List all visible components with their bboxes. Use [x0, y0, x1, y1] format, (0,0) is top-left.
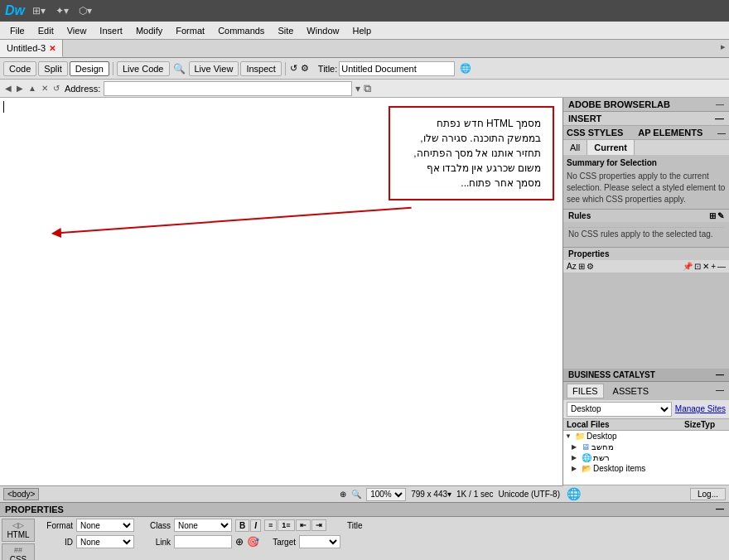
prop-icon1[interactable]: Az: [567, 262, 577, 271]
up-button[interactable]: ▲: [27, 83, 38, 94]
prop-icon4[interactable]: 📌: [683, 262, 693, 271]
files-bottom-bar: 🌐 Log...: [563, 485, 729, 502]
inspect-icon[interactable]: 🔍: [171, 62, 187, 75]
expand-icon-network[interactable]: ▶: [572, 454, 580, 461]
title-prop-label: Title: [330, 521, 363, 530]
extend-icon[interactable]: ⬡▾: [76, 4, 94, 17]
address-go-icon[interactable]: ▾: [355, 83, 360, 94]
indent-in-button[interactable]: ⇥: [311, 519, 326, 531]
site-dropdown[interactable]: Desktop: [567, 402, 672, 417]
expand-icon[interactable]: ▼: [565, 432, 573, 440]
css-tab-all[interactable]: All: [563, 140, 587, 155]
class-select[interactable]: None: [174, 519, 232, 532]
document-title-input[interactable]: [339, 61, 455, 76]
live-view-button[interactable]: Live View: [189, 61, 239, 76]
live-code-button[interactable]: Live Code: [117, 61, 170, 76]
split-view-button[interactable]: Split: [38, 61, 67, 76]
target-select[interactable]: [299, 535, 340, 548]
file-size-info: 1K / 1 sec: [456, 490, 493, 499]
workspace-switcher[interactable]: ⊞▾: [30, 4, 48, 17]
link-target-icon[interactable]: 🎯: [247, 536, 259, 548]
files-globe-icon[interactable]: 🌐: [567, 487, 581, 500]
menu-site[interactable]: Site: [271, 24, 300, 37]
text-format-buttons: B I: [235, 519, 261, 532]
settings-icon[interactable]: ✦▾: [53, 4, 71, 17]
prop-icon8[interactable]: —: [717, 262, 726, 271]
prop-icon3[interactable]: ⚙: [587, 262, 594, 271]
browser-preview-icon[interactable]: 🌐: [460, 63, 471, 74]
menu-edit[interactable]: Edit: [31, 24, 60, 37]
address-input[interactable]: [104, 81, 352, 96]
expand-icon-computer[interactable]: ▶: [572, 443, 580, 451]
text-cursor: [3, 101, 4, 113]
tab-expand-icon[interactable]: ▸: [717, 40, 729, 57]
menu-file[interactable]: File: [3, 24, 31, 37]
refresh-addr-icon[interactable]: ↺: [51, 83, 61, 94]
css-type-button[interactable]: ## CSS: [2, 543, 35, 560]
files-tab-files[interactable]: FILES: [567, 384, 604, 398]
bold-button[interactable]: B: [235, 519, 249, 532]
zoom-level[interactable]: 100% 50% 200%: [366, 488, 406, 501]
css-tab-current[interactable]: Current: [587, 140, 635, 155]
italic-button[interactable]: I: [250, 519, 261, 532]
stop-button[interactable]: ✕: [40, 83, 50, 94]
insert-minimize[interactable]: —: [715, 113, 724, 123]
rules-icon2[interactable]: ✎: [717, 211, 724, 220]
inspect-button[interactable]: Inspect: [240, 61, 281, 76]
link-input[interactable]: [174, 535, 232, 548]
target-label: Target: [263, 538, 296, 547]
prop-icon6[interactable]: ✕: [702, 262, 709, 271]
forward-button[interactable]: ▶: [15, 83, 25, 94]
select-tool-icon[interactable]: ⊕: [340, 490, 346, 499]
code-view-button[interactable]: Code: [3, 61, 36, 76]
properties-panel: PROPERTIES — ◁▷ HTML ## CSS Format: [0, 502, 729, 560]
bc-minimize[interactable]: —: [716, 370, 724, 379]
files-minimize[interactable]: —: [714, 384, 726, 398]
prop-icon5[interactable]: ⊡: [694, 262, 701, 271]
browserlab-title: ADOBE BROWSERLAB: [568, 99, 670, 109]
browserlab-minimize[interactable]: —: [716, 100, 724, 109]
ul-button[interactable]: ≡: [264, 519, 277, 531]
tree-item-desktop-items[interactable]: ▶ 📂 Desktop items: [563, 463, 729, 474]
back-button[interactable]: ◀: [3, 83, 13, 94]
menu-insert[interactable]: Insert: [93, 24, 129, 37]
zoom-select[interactable]: 100% 50% 200%: [366, 488, 406, 501]
ol-button[interactable]: 1≡: [278, 519, 294, 531]
tree-item-computer[interactable]: ▶ 🖥 מחשב: [563, 442, 729, 452]
id-select[interactable]: None: [76, 535, 134, 548]
log-button[interactable]: Log...: [690, 488, 726, 500]
props-panel-header: PROPERTIES —: [0, 503, 729, 517]
tab-close-icon[interactable]: ✕: [49, 44, 56, 53]
indent-out-button[interactable]: ⇤: [296, 519, 311, 531]
document-tab[interactable]: Untitled-3 ✕: [0, 40, 63, 57]
link-browse-icon[interactable]: ⊕: [235, 536, 244, 548]
prop-icon7[interactable]: +: [711, 262, 716, 271]
manage-sites-link[interactable]: Manage Sites: [675, 404, 726, 413]
zoom-tool-icon[interactable]: 🔍: [351, 490, 361, 499]
tree-item-desktop[interactable]: ▼ 📁 Desktop: [563, 431, 729, 442]
menu-modify[interactable]: Modify: [129, 24, 169, 37]
tree-item-network[interactable]: ▶ 🌐 רשת: [563, 452, 729, 463]
view-toolbar: Code Split Design Live Code 🔍 Live View …: [0, 58, 729, 80]
list-buttons: ≡ 1≡ ⇤ ⇥: [264, 519, 326, 531]
html-tag-indicator[interactable]: <body>: [3, 488, 39, 500]
rules-icon1[interactable]: ⊞: [709, 211, 716, 220]
refresh-icon[interactable]: ↺: [289, 62, 298, 75]
address-external-icon[interactable]: ⧉: [364, 82, 371, 95]
files-tab-assets[interactable]: ASSETS: [607, 384, 654, 398]
menu-window[interactable]: Window: [300, 24, 345, 37]
css-minimize[interactable]: —: [717, 128, 726, 138]
props-minimize[interactable]: —: [716, 504, 724, 514]
ap-elements-label[interactable]: AP ELEMENTS: [638, 128, 702, 138]
format-select[interactable]: NoneParagraphHeading 1: [76, 519, 134, 532]
design-view-button[interactable]: Design: [70, 61, 109, 76]
menu-commands[interactable]: Commands: [211, 24, 271, 37]
menu-format[interactable]: Format: [169, 24, 211, 37]
html-type-button[interactable]: ◁▷ HTML: [2, 519, 35, 542]
expand-icon-items[interactable]: ▶: [572, 465, 580, 472]
menu-view[interactable]: View: [60, 24, 94, 37]
design-view[interactable]: מסמך HTML חדש נפתח בממשק התוכנה. סגירה ש…: [0, 98, 563, 485]
prop-icon2[interactable]: ⊞: [578, 262, 585, 271]
settings2-icon[interactable]: ⚙: [300, 62, 310, 75]
menu-help[interactable]: Help: [345, 24, 378, 37]
